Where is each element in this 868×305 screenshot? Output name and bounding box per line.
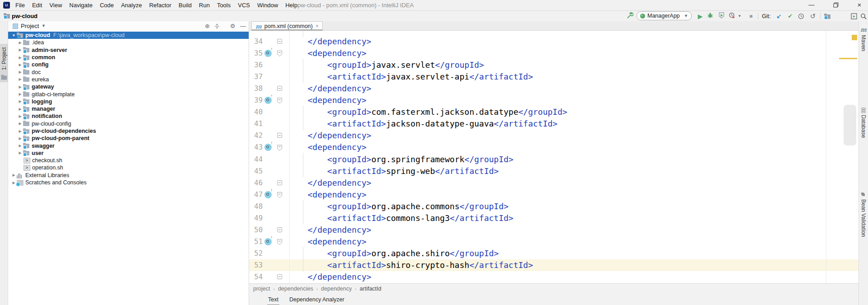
dependency-navigate-icon[interactable] bbox=[264, 191, 272, 198]
tree-item-common[interactable]: ▶common bbox=[8, 54, 249, 61]
tree-collapsed-icon[interactable]: ▶ bbox=[17, 56, 23, 60]
fold-marker-icon[interactable] bbox=[277, 239, 282, 245]
tree-item-notification[interactable]: ▶notification bbox=[8, 113, 249, 120]
menu-file[interactable]: File bbox=[12, 0, 28, 10]
fold-marker-icon[interactable] bbox=[277, 98, 282, 103]
code-line-38[interactable]: </dependency> bbox=[293, 83, 371, 94]
menu-edit[interactable]: Edit bbox=[28, 0, 46, 10]
fold-marker-icon[interactable] bbox=[277, 86, 282, 91]
tree-collapsed-icon[interactable]: ▶ bbox=[17, 85, 23, 89]
tree-collapsed-icon[interactable]: ▶ bbox=[17, 122, 23, 126]
code-line-40[interactable]: <groupId>com.fasterxml.jackson.datatype<… bbox=[293, 106, 567, 118]
code-line-41[interactable]: <artifactId>jackson-datatype-guava</arti… bbox=[293, 118, 557, 130]
tree-collapsed-icon[interactable]: ▶ bbox=[17, 92, 23, 96]
breadcrumb-project[interactable]: project bbox=[253, 286, 270, 292]
tool-window-tab-maven[interactable]: mMaven bbox=[860, 27, 867, 58]
search-icon[interactable] bbox=[859, 12, 868, 20]
code-line-48[interactable]: <groupId>org.apache.commons</groupId> bbox=[293, 201, 509, 212]
tree-item-pw-cloud-config[interactable]: ▶pw-cloud-config bbox=[8, 120, 249, 127]
tool-window-icon[interactable] bbox=[850, 12, 858, 20]
tree-item-eureka[interactable]: ▶eureka bbox=[8, 76, 249, 83]
bottom-tab-text[interactable]: Text bbox=[267, 295, 279, 305]
fold-marker-icon[interactable] bbox=[277, 133, 282, 138]
dependency-navigate-icon[interactable] bbox=[264, 238, 272, 245]
rollback-icon[interactable]: ↺ bbox=[809, 12, 817, 20]
code-line-54[interactable]: </dependency> bbox=[293, 271, 371, 283]
bottom-tab-dependency-analyzer[interactable]: Dependency Analyzer bbox=[288, 295, 345, 305]
tree-item-scratches-and-consoles[interactable]: ▶Scratches and Consoles bbox=[8, 179, 249, 186]
project-view-selector[interactable]: Project bbox=[21, 21, 39, 31]
fold-marker-icon[interactable] bbox=[277, 192, 282, 198]
code-line-43[interactable]: <dependency> bbox=[293, 141, 367, 153]
tree-item-manager[interactable]: ▶manager bbox=[8, 105, 249, 113]
gear-icon[interactable]: ⚙ bbox=[229, 22, 236, 30]
debug-icon[interactable] bbox=[707, 12, 715, 20]
code-line-52[interactable]: <groupId>org.apache.shiro</groupId> bbox=[293, 248, 499, 259]
code-line-37[interactable]: <artifactId>javax.servlet-api</artifactI… bbox=[293, 71, 533, 83]
tree-collapsed-icon[interactable]: ▶ bbox=[17, 151, 23, 155]
fold-marker-icon[interactable] bbox=[277, 227, 282, 232]
code-line-50[interactable]: </dependency> bbox=[293, 224, 371, 236]
chevron-down-icon[interactable]: ▼ bbox=[42, 21, 46, 31]
tree-item-gateway[interactable]: ▶gateway bbox=[8, 83, 249, 90]
breadcrumb-project[interactable]: pw-cloud bbox=[12, 11, 38, 21]
code-line-53[interactable]: <artifactId>shiro-crypto-hash</artifactI… bbox=[293, 259, 533, 271]
menu-window[interactable]: Window bbox=[254, 0, 282, 10]
menu-navigate[interactable]: Navigate bbox=[66, 0, 96, 10]
minimize-panel-icon[interactable]: — bbox=[239, 22, 247, 30]
tree-item--idea[interactable]: ▶.idea bbox=[8, 39, 249, 46]
breadcrumb-artifactId[interactable]: artifactId bbox=[360, 286, 382, 292]
tree-item-pw-cloud-pom-parent[interactable]: ▶pw-cloud-pom-parent bbox=[8, 135, 249, 142]
code-line-34[interactable]: </dependency> bbox=[293, 36, 371, 47]
code-line-47[interactable]: <dependency> bbox=[293, 189, 367, 201]
menu-code[interactable]: Code bbox=[96, 0, 118, 10]
tree-collapsed-icon[interactable]: ▶ bbox=[17, 63, 23, 67]
menu-tools[interactable]: Tools bbox=[213, 0, 234, 10]
tool-window-tab-project-label[interactable]: 1: Project bbox=[1, 44, 7, 74]
tree-item-pw-cloud[interactable]: ▼pw-cloudF:\java_workspace\pw-cloud bbox=[8, 32, 249, 39]
breadcrumb-dependencies[interactable]: dependencies bbox=[278, 286, 313, 292]
tree-expanded-icon[interactable]: ▼ bbox=[11, 33, 17, 38]
tree-item-checkout-sh[interactable]: >checkout.sh bbox=[8, 157, 249, 164]
locate-icon[interactable]: ⊕ bbox=[203, 22, 211, 30]
inspection-status-icon[interactable] bbox=[852, 35, 857, 40]
editor-tab-pom-xml[interactable]: m pom.xml (common) × bbox=[251, 21, 323, 31]
dependency-navigate-icon[interactable] bbox=[264, 144, 272, 151]
tree-item-gitlab-ci-template[interactable]: ▶gitlab-ci-template bbox=[8, 90, 249, 98]
wrench-icon[interactable] bbox=[627, 12, 635, 20]
stop-icon[interactable]: ■ bbox=[747, 12, 755, 20]
close-tab-icon[interactable]: × bbox=[316, 23, 319, 29]
code-line-51[interactable]: <dependency> bbox=[293, 236, 367, 248]
tree-collapsed-icon[interactable]: ▶ bbox=[17, 99, 23, 103]
menu-refactor[interactable]: Refactor bbox=[146, 0, 175, 10]
fold-marker-icon[interactable] bbox=[277, 180, 282, 185]
tree-item-pw-cloud-dependencies[interactable]: ▶pw-cloud-dependencies bbox=[8, 127, 249, 135]
restore-icon[interactable] bbox=[828, 0, 844, 10]
tree-item-config[interactable]: ▶config bbox=[8, 61, 249, 68]
vcs-history-icon[interactable] bbox=[797, 12, 805, 20]
tree-collapsed-icon[interactable]: ▶ bbox=[17, 107, 23, 111]
dependency-navigate-icon[interactable] bbox=[264, 97, 272, 104]
tree-collapsed-icon[interactable]: ▶ bbox=[17, 77, 23, 81]
vcs-update-icon[interactable]: ↙ bbox=[775, 12, 783, 20]
tree-item-operation-sh[interactable]: >operation.sh bbox=[8, 164, 249, 171]
fold-marker-icon[interactable] bbox=[277, 51, 282, 56]
menu-build[interactable]: Build bbox=[175, 0, 195, 10]
fold-marker-icon[interactable] bbox=[277, 274, 282, 279]
tree-item-user[interactable]: ▶user bbox=[8, 150, 249, 157]
coverage-icon[interactable] bbox=[718, 12, 726, 20]
fold-marker-icon[interactable] bbox=[277, 39, 282, 44]
dependency-navigate-icon[interactable] bbox=[264, 50, 272, 57]
code-line-42[interactable]: </dependency> bbox=[293, 130, 371, 141]
tree-collapsed-icon[interactable]: ▶ bbox=[17, 129, 23, 133]
code-line-49[interactable]: <artifactId>commons-lang3</artifactId> bbox=[293, 212, 514, 224]
vcs-commit-icon[interactable]: ✔ bbox=[786, 12, 794, 20]
close-icon[interactable]: × bbox=[852, 0, 867, 10]
menu-run[interactable]: Run bbox=[195, 0, 213, 10]
menu-analyze[interactable]: Analyze bbox=[118, 0, 146, 10]
profiler-icon[interactable] bbox=[729, 12, 737, 20]
tool-window-tab-bean-validation[interactable]: Bean Validation bbox=[860, 192, 867, 260]
project-tool-icon[interactable] bbox=[1, 75, 7, 80]
code-line-45[interactable]: <artifactId>spring-web</artifactId> bbox=[293, 165, 499, 177]
project-structure-icon[interactable] bbox=[823, 12, 831, 20]
